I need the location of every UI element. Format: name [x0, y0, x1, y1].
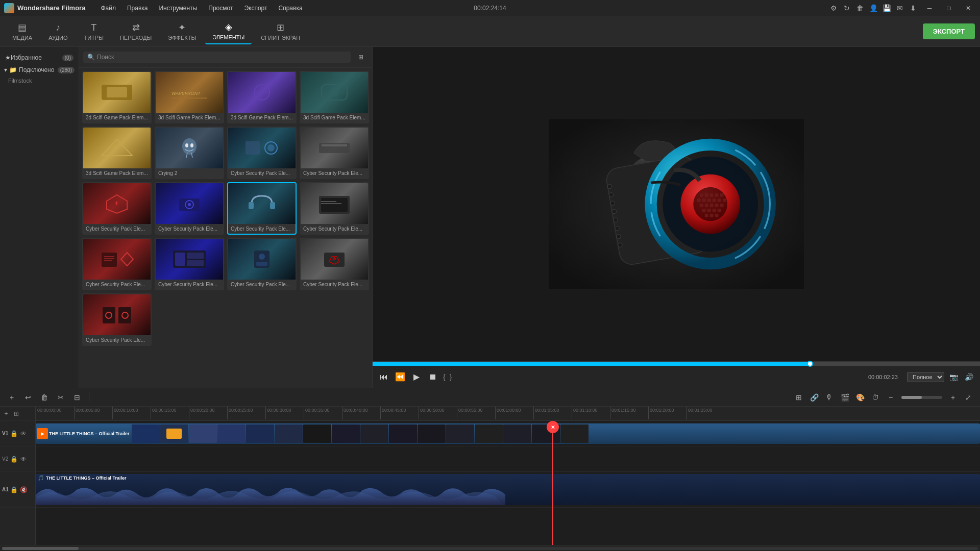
step-back-button[interactable]: ⏪	[394, 371, 406, 383]
tab-media[interactable]: ▤ МЕДИА	[5, 19, 39, 44]
svg-rect-46	[118, 307, 131, 323]
element-thumb-13	[83, 239, 151, 280]
timeline-scrollbar[interactable]	[0, 545, 980, 551]
element-label-7: Cyber Security Pack Ele...	[228, 168, 296, 178]
mail-icon[interactable]: ✉	[895, 4, 904, 13]
menu-edit[interactable]: Правка	[122, 3, 153, 14]
tab-transitions[interactable]: ⇄ ПЕРЕХОДЫ	[113, 19, 159, 44]
sidebar-filmstock[interactable]: Filmstock	[0, 76, 79, 86]
quality-select[interactable]: Полное	[907, 372, 944, 382]
menu-tools[interactable]: Инструменты	[154, 3, 202, 14]
tab-effects-label: ЭФФЕКТЫ	[168, 35, 196, 41]
link-button[interactable]: 🔗	[807, 391, 821, 404]
sidebar-item-favorites[interactable]: ★ Избранное (0)	[0, 51, 79, 64]
element-card-10[interactable]: Cyber Security Pack Ele...	[155, 182, 224, 235]
adjust-button[interactable]: ⊟	[70, 391, 84, 404]
play-button[interactable]: ▶	[410, 371, 423, 383]
tab-elements[interactable]: ◈ ЭЛЕМЕНТЫ	[205, 18, 252, 44]
prev-frame-button[interactable]: ⏮	[378, 371, 390, 383]
track-audio-row: 🎵 THE LITTLE THINGS – Official Trailer	[36, 472, 980, 508]
element-card-5[interactable]: 3d Scifi Game Pack Elem...	[82, 127, 152, 179]
save-icon[interactable]: 💾	[882, 4, 891, 13]
element-card-8[interactable]: Cyber Security Pack Ele...	[300, 127, 369, 179]
sidebar-item-connected[interactable]: ▾ 📁 Подключено (280)	[0, 64, 79, 76]
scrollbar-track[interactable]	[2, 547, 978, 550]
zoom-out-button[interactable]: −	[884, 391, 897, 404]
video-eye-icon[interactable]: 👁	[19, 430, 28, 438]
menu-help[interactable]: Справка	[274, 3, 308, 14]
color-button[interactable]: 🎨	[853, 391, 867, 404]
tab-split[interactable]: ⊞ СПЛИТ ЭКРАН	[254, 19, 307, 44]
sync-icon[interactable]: ↻	[842, 4, 851, 13]
mic-button[interactable]: 🎙	[823, 391, 836, 404]
element-card-3[interactable]: 3d Scifi Game Pack Elem...	[227, 71, 297, 123]
add-media-button[interactable]: +	[5, 391, 18, 404]
maximize-button[interactable]: □	[941, 3, 957, 13]
element-label-15: Cyber Security Pack Ele...	[228, 280, 296, 289]
element-card-9[interactable]: ⬆ Cyber Security Pack Ele...	[82, 182, 152, 235]
element-card-12[interactable]: Cyber Security Pack Ele...	[300, 182, 369, 235]
element-card-4[interactable]: 3d Scifi Game Pack Elem...	[300, 71, 369, 123]
element-card-7[interactable]: Cyber Security Pack Ele...	[227, 127, 297, 179]
zoom-in-button[interactable]: +	[946, 391, 960, 404]
export-button[interactable]: ЭКСПОРТ	[923, 23, 975, 39]
menu-file[interactable]: Файл	[95, 3, 121, 14]
clip-icon: ▶	[37, 428, 48, 439]
settings-icon[interactable]: ⚙	[829, 4, 838, 13]
menu-export[interactable]: Экспорт	[239, 3, 272, 14]
element-card-16[interactable]: Cyber Security Pack Ele...	[300, 238, 369, 290]
minimize-button[interactable]: ─	[922, 3, 937, 13]
v2-eye-icon[interactable]: 👁	[19, 455, 28, 463]
scrollbar-thumb[interactable]	[2, 547, 79, 550]
tab-audio[interactable]: ♪ АУДИО	[41, 19, 75, 44]
add-track-icon[interactable]: +	[2, 410, 10, 418]
scissors-button[interactable]: ✂	[54, 391, 67, 404]
v2-lock-icon[interactable]: 🔒	[10, 455, 18, 463]
film-button[interactable]: 🎬	[838, 391, 851, 404]
tab-titles[interactable]: T ТИТРЫ	[77, 19, 110, 44]
snap-button[interactable]: ⊞	[792, 391, 805, 404]
svg-rect-3	[172, 97, 207, 99]
tab-effects[interactable]: ✦ ЭФФЕКТЫ	[161, 19, 203, 44]
media-toggle-icon[interactable]: ⊞	[12, 410, 20, 418]
menu-view[interactable]: Просмот	[203, 3, 238, 14]
timer-button[interactable]: ⏱	[869, 391, 882, 404]
undo-button[interactable]: ↩	[21, 391, 35, 404]
element-card-1[interactable]: 3d Scifi Game Pack Elem...	[82, 71, 152, 123]
progress-bar[interactable]	[373, 362, 980, 366]
trash-button[interactable]: 🗑	[38, 391, 51, 404]
delete-icon[interactable]: 🗑	[855, 4, 865, 13]
stop-button[interactable]: ⏹	[427, 371, 439, 383]
ruler-tick-17: 00:01:25:00	[687, 407, 725, 419]
elements-toolbar: 🔍 Поиск ⊞	[79, 47, 372, 68]
expand-button[interactable]: ⤢	[962, 391, 975, 404]
download-icon[interactable]: ⬇	[909, 4, 918, 13]
timeline-ruler[interactable]: 00:00:00:00 00:00:05:00 00:00:10:00 00:0…	[36, 407, 980, 421]
element-card-17[interactable]: Cyber Security Pack Ele...	[82, 293, 152, 346]
video-clip[interactable]: ▶ THE LITTLE THINGS – Official Trailer	[36, 423, 980, 444]
audio-lock-icon[interactable]: 🔒	[10, 486, 18, 494]
element-card-14[interactable]: Cyber Security Pack Ele...	[155, 238, 224, 290]
user-icon[interactable]: 👤	[869, 4, 878, 13]
audio-clip[interactable]: 🎵 THE LITTLE THINGS – Official Trailer	[36, 474, 980, 505]
screenshot-button[interactable]: 📷	[947, 371, 960, 383]
element-card-13[interactable]: Cyber Security Pack Ele...	[82, 238, 152, 290]
element-card-15[interactable]: Cyber Security Pack Ele...	[227, 238, 297, 290]
element-thumb-9: ⬆	[83, 183, 151, 224]
volume-button[interactable]: 🔊	[963, 371, 975, 383]
search-box[interactable]: 🔍 Поиск	[83, 52, 351, 63]
close-button[interactable]: ✕	[961, 3, 976, 13]
element-card-11[interactable]: Cyber Security Pack Ele...	[227, 182, 297, 235]
audio-icon: ♪	[56, 22, 60, 33]
zoom-slider[interactable]	[901, 396, 942, 399]
video-lock-icon[interactable]: 🔒	[10, 430, 18, 438]
menu-bar: Файл Правка Инструменты Просмот Экспорт …	[95, 3, 829, 14]
progress-thumb[interactable]	[807, 361, 813, 367]
title-bar: Wondershare Filmora Файл Правка Инструме…	[0, 0, 980, 16]
search-icon: 🔍	[87, 54, 95, 61]
track-video-row: ▶ THE LITTLE THINGS – Official Trailer	[36, 421, 980, 446]
element-card-6[interactable]: Crying 2	[155, 127, 224, 179]
audio-mute-icon[interactable]: 🔇	[20, 486, 28, 494]
element-card-2[interactable]: WAVEFRONT 3d Scifi Game Pack Elem...	[155, 71, 224, 123]
grid-view-button[interactable]: ⊞	[354, 50, 368, 64]
